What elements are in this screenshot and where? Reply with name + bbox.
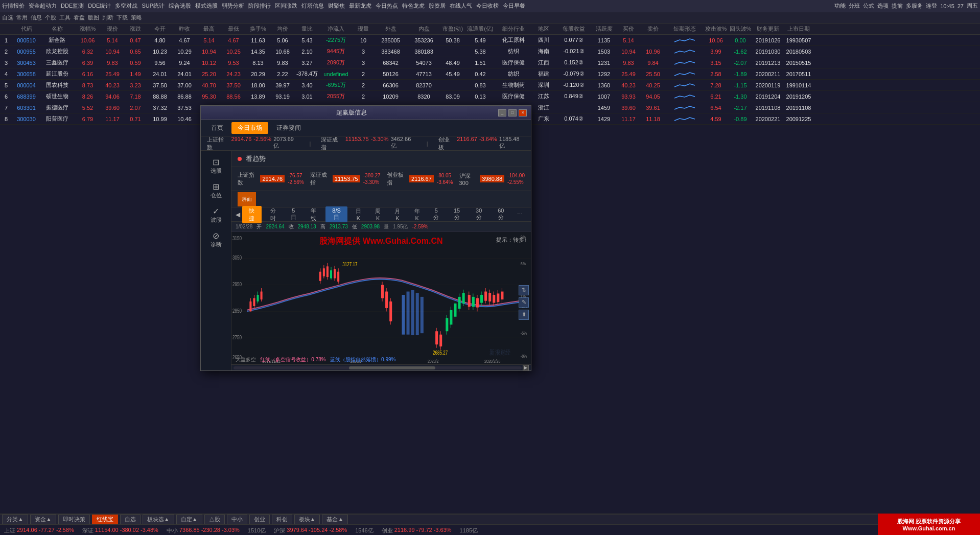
menu-item-dde-stat[interactable]: DDE统计	[88, 2, 111, 10]
tool-function[interactable]: 功能	[834, 2, 846, 10]
table-row[interactable]: 1 000510 新金路 10.06 5.14 0.47 4.80 4.67 5…	[0, 35, 980, 46]
tab-tools[interactable]: 工具	[59, 14, 71, 21]
tab-kechuang[interactable]: 科创	[272, 515, 292, 524]
chart-tab-8sday[interactable]: 8/S日	[325, 206, 347, 222]
menu-item-capital[interactable]: 资金超动力	[29, 2, 57, 10]
tab-watchlist-bottom[interactable]: 自选	[120, 515, 141, 524]
tab-chinext-bottom[interactable]: 创业	[249, 515, 270, 524]
chart-tab-5day[interactable]: 5日	[285, 206, 302, 222]
menu-item-hot[interactable]: 今日热点	[376, 2, 398, 10]
tab-version[interactable]: 版图	[88, 14, 99, 21]
tab-market[interactable]: 看盘	[74, 14, 85, 21]
chart-tab-weekk[interactable]: 周K	[369, 206, 387, 222]
scrollbar-track[interactable]	[234, 366, 522, 369]
chart-tab-year[interactable]: 年线	[304, 206, 323, 223]
menu-item-select[interactable]: 综合选股	[169, 2, 191, 10]
tab-fund[interactable]: 基金▲	[322, 515, 348, 524]
sidebar-item-diagnose[interactable]: ⊘ 诊断	[203, 228, 229, 251]
stock-low: 37.50	[221, 82, 246, 88]
menu-item-dde[interactable]: DDE监测	[61, 2, 84, 10]
tab-realtime[interactable]: 即时决策	[58, 515, 90, 524]
tab-redline[interactable]: 红线宝	[92, 515, 118, 524]
chart-tab-15min[interactable]: 15分	[447, 206, 466, 222]
tool-advance[interactable]: 提前	[892, 2, 903, 10]
close-button[interactable]: ✕	[519, 109, 527, 117]
stock-chg: 2.07	[123, 105, 148, 111]
edit-button[interactable]: ✎	[519, 297, 529, 308]
menu-item-breakfast[interactable]: 今日早餐	[503, 2, 525, 10]
tool-formula[interactable]: 公式	[863, 2, 874, 10]
stock-findate: 20200221	[753, 116, 783, 122]
zoom-button[interactable]: ⬆	[519, 310, 529, 320]
sidebar-item-screen[interactable]: ⊡ 选股	[203, 155, 229, 177]
quick-button[interactable]: 快捷	[242, 206, 262, 223]
table-row[interactable]: 6 688399 硕世生物 8.26 94.06 7.18 88.88 86.8…	[0, 91, 980, 102]
chart-tab-time[interactable]: 分时	[264, 206, 283, 223]
tab-info[interactable]: 信息	[31, 14, 42, 21]
tab-download[interactable]: 下载	[116, 14, 128, 21]
scroll-right-arrow[interactable]: ▶	[523, 365, 529, 371]
chart-tab-30min[interactable]: 30分	[469, 206, 489, 222]
nav-news[interactable]: 证券要闻	[270, 122, 307, 134]
tool-level[interactable]: 分班	[849, 2, 860, 10]
chart-tab-more[interactable]: ⋯	[513, 210, 527, 219]
nav-home[interactable]: 首页	[205, 122, 229, 134]
menu-item-stock-home[interactable]: 股资居	[429, 2, 446, 10]
stock-buy: 5.14	[616, 37, 641, 43]
table-row[interactable]: 4 300658 延江股份 6.16 25.49 1.49 24.01 24.0…	[0, 68, 980, 80]
table-row[interactable]: 5 000004 国农科技 8.73 40.23 3.23 37.50 37.0…	[0, 80, 980, 91]
chart-tab-5min[interactable]: 5分	[428, 206, 445, 222]
menu-item-close[interactable]: 今日收榜	[476, 2, 499, 10]
table-row[interactable]: 3 300453 三鑫医疗 6.39 9.83 0.59 9.56 9.24 1…	[0, 57, 980, 68]
tab-sector-select[interactable]: 板块选▲	[143, 515, 174, 524]
stock-name: 新金路	[40, 36, 74, 44]
tool-options[interactable]: 选项	[877, 2, 889, 10]
menu-item-dragon[interactable]: 最新龙虎	[349, 2, 371, 10]
menu-item-pattern[interactable]: 模式选股	[195, 2, 218, 10]
nav-today-market[interactable]: 今日市场	[231, 122, 268, 134]
menu-item-popularity[interactable]: 在线人气	[450, 2, 472, 10]
sidebar-item-position[interactable]: ⊞ 仓位	[203, 179, 229, 202]
tab-small[interactable]: 中小	[227, 515, 247, 524]
menu-item-special[interactable]: 特色龙虎	[402, 2, 425, 10]
svg-text:2020/2/28: 2020/2/28	[484, 359, 501, 364]
scrollbar-thumb[interactable]	[349, 366, 435, 369]
tool-multiserver[interactable]: 多服务	[906, 2, 923, 10]
stock-price: 11.17	[102, 116, 123, 122]
chart-tab-yeark[interactable]: 年K	[408, 206, 426, 222]
menu-item-rank[interactable]: 阶段排行	[248, 2, 271, 10]
menu-item-beacon[interactable]: 灯塔信息	[301, 2, 324, 10]
menu-item-bull-bear[interactable]: 多空对战	[115, 2, 137, 10]
chart-tab-60min[interactable]: 60分	[491, 206, 511, 222]
minimize-button[interactable]: _	[498, 109, 506, 117]
maximize-button[interactable]: □	[508, 109, 517, 117]
tab-custom[interactable]: 自定▲	[176, 515, 202, 524]
stock-volratio: 3.27	[295, 60, 319, 66]
tab-watchlist[interactable]: 自选	[2, 14, 13, 21]
tool-login[interactable]: 连登	[926, 2, 937, 10]
tab-strategy[interactable]: 策略	[131, 14, 142, 21]
tab-judge[interactable]: 判断	[102, 14, 113, 21]
table-row[interactable]: 2 000955 欣龙控股 6.32 10.94 0.65 10.23 10.2…	[0, 46, 980, 57]
menu-item-weak[interactable]: 弱势分析	[222, 2, 244, 10]
tab-capital[interactable]: 资金▲	[30, 515, 56, 524]
modal-window: 超赢版信息 _ □ ✕ 首页 今日市场 证券要闻 上证指数 2914.76 -2…	[200, 105, 531, 371]
share-button[interactable]: ⇅	[519, 285, 529, 295]
tab-triangle[interactable]: △股	[204, 515, 225, 524]
stock-turnover: 13.89	[246, 94, 270, 100]
sidebar-item-wave[interactable]: ✓ 波段	[203, 204, 229, 226]
menu-item-interval[interactable]: 区间涨跌	[275, 2, 297, 10]
chart-tab-monthk[interactable]: 月K	[389, 206, 406, 222]
menu-item-sup[interactable]: SUP统计	[142, 2, 165, 10]
chart-nav-left[interactable]: ◀	[236, 211, 240, 218]
tab-common[interactable]: 常用	[16, 14, 28, 21]
row-num: 2	[0, 49, 12, 55]
tab-sector-bottom[interactable]: 板块▲	[294, 515, 320, 524]
stock-buy: 93.93	[616, 94, 641, 100]
chart-tab-dayk[interactable]: 日K	[349, 206, 367, 222]
tab-category[interactable]: 分类▲	[2, 515, 28, 524]
menu-item-quotes[interactable]: 行情报价	[2, 2, 25, 10]
menu-item-finance[interactable]: 财聚焦	[328, 2, 345, 10]
screen-icon[interactable]: 屏面	[238, 192, 256, 206]
tab-individual[interactable]: 个股	[45, 14, 56, 21]
